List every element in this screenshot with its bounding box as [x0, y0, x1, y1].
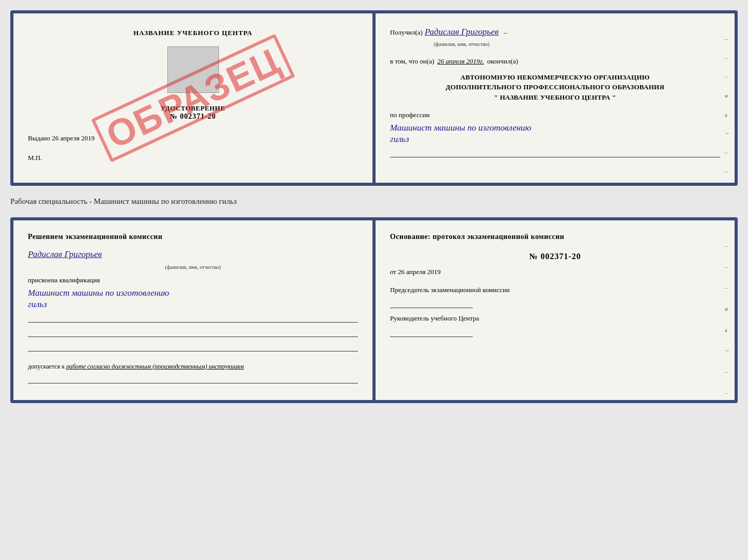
rukovoditel-signature-line — [390, 326, 473, 337]
protocol-date: от 26 апреля 2019 — [390, 266, 720, 278]
school-name-top: НАЗВАНИЕ УЧЕБНОГО ЦЕНТРА — [133, 29, 253, 37]
kvali-underline — [28, 312, 358, 323]
right-dashes-bottom: – – – и а ← – – – — [725, 241, 730, 403]
prisvoena-label: присвоена квалификация — [28, 275, 358, 286]
rukovoditel-label: Руководитель учебного Центра — [390, 313, 720, 324]
bottom-name: Радислав Григорьев — [28, 247, 358, 262]
protocol-date-value: 26 апреля 2019 — [398, 268, 441, 276]
vtom-label: в том, что он(а) — [390, 56, 434, 67]
kvali-underline2 — [28, 327, 358, 337]
udostoverenie-block: УДОСТОВЕРЕНИЕ № 002371-20 — [161, 104, 225, 121]
top-card-right: Получил(а) Радислав Григорьев (фамилия, … — [376, 13, 735, 183]
okonchil-label: окончил(а) — [487, 56, 518, 67]
top-card-left: НАЗВАНИЕ УЧЕБНОГО ЦЕНТРА УДОСТОВЕРЕНИЕ №… — [13, 13, 372, 183]
dopusk-underline — [28, 373, 358, 383]
vydano-date: 26 апреля 2019 — [52, 134, 95, 142]
po-professii-label: по профессии — [390, 109, 720, 121]
bottom-card-left: Решением экзаменационной комиссии Радисл… — [13, 220, 372, 400]
predsedatel-block: Председатель экзаменационной комиссии — [390, 285, 720, 309]
protocol-number: № 002371-20 — [390, 249, 720, 263]
vtom-line: в том, что он(а) 26 апреля 2019г. окончи… — [390, 56, 720, 67]
vydano-label: Выдано — [28, 134, 50, 142]
profession-line2: гильз — [390, 134, 409, 144]
org-block: АВТОНОМНУЮ НЕКОММЕРЧЕСКУЮ ОРГАНИЗАЦИЮ ДО… — [390, 72, 720, 103]
profession-text-top: Машинист машины по изготовлению гильз — [390, 122, 720, 145]
fio-subtitle-top: (фамилия, имя, отчество) — [425, 40, 498, 49]
rukovoditel-block: Руководитель учебного Центра — [390, 313, 720, 337]
poluchil-name: Радислав Григорьев — [425, 27, 498, 37]
kvali-line1: Машинист машины по изготовлению — [28, 288, 169, 298]
poluchil-line: Получил(а) Радислав Григорьев (фамилия, … — [390, 25, 720, 49]
mp-block: М.П. — [28, 154, 358, 162]
right-dashes-top: – – – и а ← – – – — [725, 34, 730, 186]
bottom-document-card: Решением экзаменационной комиссии Радисл… — [10, 217, 738, 403]
dash-after-name: – — [504, 27, 507, 38]
org-line2: ДОПОЛНИТЕЛЬНОГО ПРОФЕССИОНАЛЬНОГО ОБРАЗО… — [390, 82, 720, 92]
profession-line1: Машинист машины по изготовлению — [390, 123, 532, 133]
predsedatel-label: Председатель экзаменационной комиссии — [390, 285, 720, 295]
bottom-card-right: Основание: протокол экзаменационной коми… — [376, 220, 735, 400]
fio-subtitle-bottom: (фамилия, имя, отчество) — [28, 263, 358, 271]
predsedatel-signature-line — [390, 297, 473, 308]
profession-underline — [390, 147, 720, 157]
komissia-title: Решением экзаменационной комиссии — [28, 232, 358, 242]
poluchil-label: Получил(а) — [390, 27, 423, 38]
dopuskaetsya-block: допускается к работе согласно должностны… — [28, 362, 358, 371]
certificate-number-top: № 002371-20 — [161, 113, 225, 121]
kvali-text: Машинист машины по изготовлению гильз — [28, 287, 358, 310]
udostoverenie-label: УДОСТОВЕРЕНИЕ — [161, 104, 225, 113]
specialty-label: Рабочая специальность - Машинист машины … — [10, 195, 738, 208]
vtom-date: 26 апреля 2019г. — [438, 56, 484, 67]
org-line1: АВТОНОМНУЮ НЕКОММЕРЧЕСКУЮ ОРГАНИЗАЦИЮ — [390, 72, 720, 83]
kvali-underline3 — [28, 341, 358, 351]
kvali-line2: гильз — [28, 299, 47, 309]
ot-label: от — [390, 268, 396, 276]
dopuskaetsya-text: работе согласно должностным (производств… — [66, 363, 244, 370]
photo-placeholder — [167, 46, 219, 93]
org-line3: " НАЗВАНИЕ УЧЕБНОГО ЦЕНТРА " — [390, 92, 720, 103]
vydano-block: Выдано 26 апреля 2019 — [28, 134, 358, 142]
dopuskaetsya-prefix: допускается к — [28, 363, 65, 370]
top-document-card: НАЗВАНИЕ УЧЕБНОГО ЦЕНТРА УДОСТОВЕРЕНИЕ №… — [10, 10, 738, 186]
osnovanie-title: Основание: протокол экзаменационной коми… — [390, 232, 720, 242]
